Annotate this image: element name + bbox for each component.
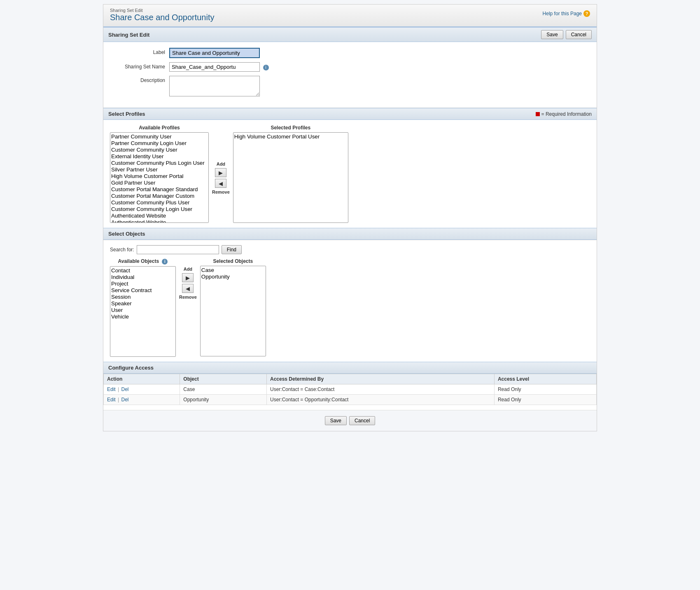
- object-cell-1: Case: [180, 384, 267, 394]
- selected-objects-label: Selected Objects: [200, 258, 266, 264]
- sharing-set-name-control: i: [169, 62, 588, 72]
- sharing-set-name-label: Sharing Set Name: [112, 62, 169, 70]
- form-section-title: Sharing Set Edit: [108, 32, 149, 38]
- objects-remove-label: Remove: [179, 295, 197, 300]
- objects-add-button[interactable]: ▶: [182, 273, 194, 282]
- profiles-remove-button[interactable]: ◀: [215, 179, 226, 188]
- col-action: Action: [104, 374, 180, 384]
- label-field-control: [169, 48, 588, 58]
- page-sub-title: Sharing Set Edit: [110, 8, 590, 13]
- profiles-section-header: Select Profiles = Required Information: [103, 108, 597, 120]
- objects-add-remove: Add ▶ ◀ Remove: [179, 267, 197, 300]
- profiles-section: Available Profiles Partner Community Use…: [103, 120, 597, 228]
- access-table-body: Edit | Del Case User:Contact = Case:Cont…: [104, 384, 597, 405]
- access-table-head: Action Object Access Determined By Acces…: [104, 374, 597, 384]
- access-section-title: Configure Access: [108, 365, 154, 371]
- del-link-2[interactable]: Del: [121, 397, 129, 403]
- objects-add-label: Add: [184, 267, 192, 272]
- page-header: Help for this Page ? Sharing Set Edit Sh…: [103, 5, 597, 27]
- col-access-determined-by: Access Determined By: [267, 374, 495, 384]
- label-field-label: Label: [112, 48, 169, 55]
- description-label: Description: [112, 76, 169, 83]
- search-input[interactable]: [137, 245, 219, 254]
- table-row: Edit | Del Opportunity User:Contact = Op…: [104, 394, 597, 405]
- col-object: Object: [180, 374, 267, 384]
- save-button-bottom[interactable]: Save: [325, 416, 347, 425]
- help-link-text: Help for this Page: [543, 11, 582, 16]
- del-link-1[interactable]: Del: [121, 386, 129, 392]
- sharing-set-name-row: Sharing Set Name i: [112, 62, 588, 72]
- profiles-add-remove: Add ▶ ◀ Remove: [212, 162, 230, 194]
- objects-container: Available Objects i ContactIndividualPro…: [110, 258, 590, 357]
- profiles-remove-label: Remove: [212, 190, 230, 194]
- sharing-set-name-input[interactable]: [169, 62, 260, 72]
- table-row: Edit | Del Case User:Contact = Case:Cont…: [104, 384, 597, 394]
- description-input[interactable]: [169, 76, 260, 96]
- available-profiles-list[interactable]: Partner Community UserPartner Community …: [110, 132, 209, 223]
- access-determined-by-cell-2: User:Contact = Opportunity:Contact: [267, 394, 495, 405]
- bottom-toolbar: Save Cancel: [103, 410, 597, 431]
- available-objects-wrapper: Available Objects i ContactIndividualPro…: [110, 258, 176, 357]
- objects-section: Search for: Find Available Objects i Con…: [103, 240, 597, 362]
- selected-profiles-list[interactable]: High Volume Customer Portal User: [233, 132, 348, 223]
- available-profiles-wrapper: Available Profiles Partner Community Use…: [110, 125, 209, 223]
- search-row: Search for: Find: [110, 245, 590, 254]
- cancel-button-bottom[interactable]: Cancel: [349, 416, 375, 425]
- available-objects-info-icon[interactable]: i: [162, 259, 168, 265]
- action-cell-1: Edit | Del: [104, 384, 180, 394]
- available-objects-label: Available Objects i: [110, 258, 176, 265]
- required-legend: = Required Information: [536, 111, 592, 117]
- profiles-add-label: Add: [217, 162, 225, 166]
- objects-remove-button[interactable]: ◀: [182, 284, 194, 293]
- page-title: Share Case and Opportunity: [110, 13, 590, 22]
- access-level-cell-2: Read Only: [494, 394, 596, 405]
- required-box: [536, 112, 540, 116]
- col-access-level: Access Level: [494, 374, 596, 384]
- edit-link-1[interactable]: Edit: [107, 386, 116, 392]
- objects-section-title: Select Objects: [108, 231, 145, 237]
- selected-profiles-wrapper: Selected Profiles High Volume Customer P…: [233, 125, 348, 223]
- access-level-cell-1: Read Only: [494, 384, 596, 394]
- required-text: = Required Information: [541, 111, 592, 117]
- available-profiles-label: Available Profiles: [110, 125, 209, 131]
- search-label: Search for:: [110, 247, 134, 253]
- available-objects-list[interactable]: ContactIndividualProjectService Contract…: [110, 266, 176, 357]
- help-icon: ?: [583, 10, 590, 17]
- access-table-header-row: Action Object Access Determined By Acces…: [104, 374, 597, 384]
- edit-link-2[interactable]: Edit: [107, 397, 116, 403]
- sharing-set-name-info-icon[interactable]: i: [263, 65, 269, 70]
- form-section: Label Sharing Set Name i Description: [103, 42, 597, 108]
- objects-section-header: Select Objects: [103, 228, 597, 240]
- description-control: [169, 76, 588, 98]
- access-section: Action Object Access Determined By Acces…: [103, 374, 597, 410]
- object-cell-2: Opportunity: [180, 394, 267, 405]
- label-input[interactable]: [169, 48, 260, 58]
- access-table: Action Object Access Determined By Acces…: [103, 374, 597, 405]
- cancel-button-top[interactable]: Cancel: [566, 30, 592, 39]
- selected-objects-wrapper: Selected Objects CaseOpportunity: [200, 258, 266, 356]
- help-link[interactable]: Help for this Page ?: [543, 10, 590, 17]
- access-section-header: Configure Access: [103, 362, 597, 374]
- selected-profiles-label: Selected Profiles: [233, 125, 348, 131]
- find-button[interactable]: Find: [222, 245, 242, 254]
- save-button-top[interactable]: Save: [541, 30, 563, 39]
- description-row: Description: [112, 76, 588, 98]
- profiles-add-button[interactable]: ▶: [215, 168, 226, 177]
- action-cell-2: Edit | Del: [104, 394, 180, 405]
- form-section-header: Sharing Set Edit Save Cancel: [103, 27, 597, 42]
- selected-objects-list[interactable]: CaseOpportunity: [200, 266, 266, 356]
- profiles-section-title: Select Profiles: [108, 111, 145, 117]
- access-determined-by-cell-1: User:Contact = Case:Contact: [267, 384, 495, 394]
- label-row: Label: [112, 48, 588, 58]
- profiles-container: Available Profiles Partner Community Use…: [110, 125, 590, 223]
